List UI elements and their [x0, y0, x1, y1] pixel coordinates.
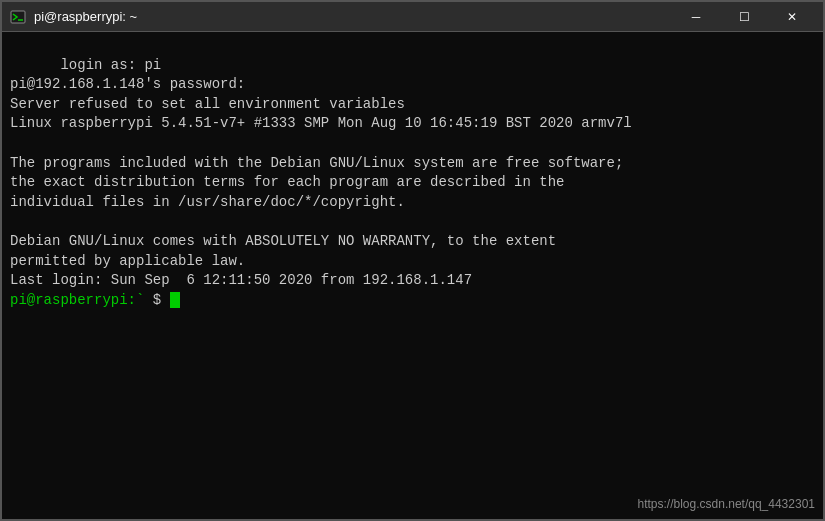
titlebar: pi@raspberrypi: ~ ─ ☐ ✕: [2, 2, 823, 32]
minimize-button[interactable]: ─: [673, 2, 719, 32]
watermark: https://blog.csdn.net/qq_4432301: [638, 497, 815, 511]
terminal-output: login as: pi pi@192.168.1.148's password…: [10, 36, 815, 330]
prompt-text: pi@raspberrypi:`: [10, 292, 144, 308]
prompt-dollar: $: [144, 292, 169, 308]
terminal-icon: [10, 9, 26, 25]
maximize-button[interactable]: ☐: [721, 2, 767, 32]
terminal-cursor: [170, 292, 180, 308]
terminal-body[interactable]: login as: pi pi@192.168.1.148's password…: [2, 32, 823, 519]
terminal-window: pi@raspberrypi: ~ ─ ☐ ✕ login as: pi pi@…: [0, 0, 825, 521]
titlebar-controls: ─ ☐ ✕: [673, 2, 815, 32]
titlebar-title: pi@raspberrypi: ~: [34, 9, 137, 24]
titlebar-left: pi@raspberrypi: ~: [10, 9, 137, 25]
close-button[interactable]: ✕: [769, 2, 815, 32]
terminal-line-1: login as: pi pi@192.168.1.148's password…: [10, 57, 632, 289]
